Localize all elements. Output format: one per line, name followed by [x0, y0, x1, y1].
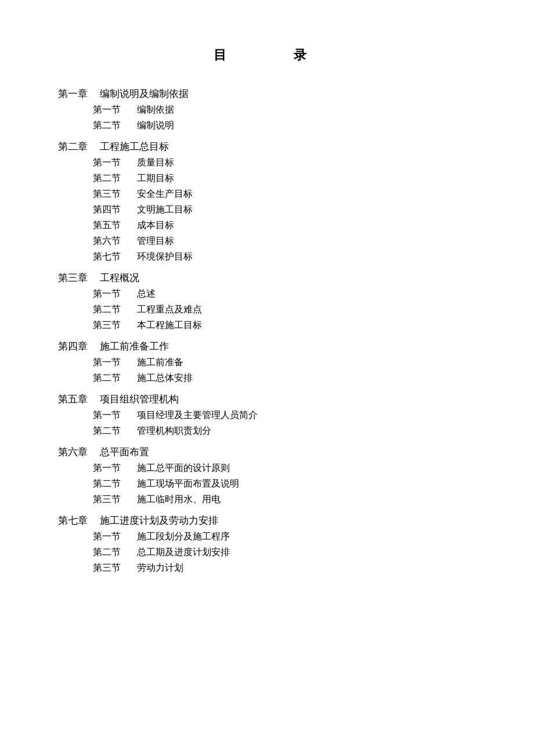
toc-section-ch4s1: 第一节施工前准备	[58, 357, 476, 369]
chapter-num: 第六章	[58, 445, 93, 459]
section-title: 项目经理及主要管理人员简介	[128, 409, 258, 422]
toc-section-ch6s1: 第一节施工总平面的设计原则	[58, 462, 476, 474]
toc-chapter-ch6: 第六章总平面布置	[58, 445, 476, 459]
section-num: 第三节	[93, 188, 128, 200]
section-title: 工程重点及难点	[128, 304, 202, 316]
toc-section-ch6s3: 第三节施工临时用水、用电	[58, 494, 476, 506]
toc-section-ch2s5: 第五节成本目标	[58, 219, 476, 232]
section-title: 管理目标	[128, 235, 174, 247]
chapter-title: 工程概况	[93, 271, 139, 285]
chapter-title: 总平面布置	[93, 445, 149, 459]
section-num: 第二节	[93, 425, 128, 437]
section-num: 第一节	[93, 104, 128, 116]
section-num: 第一节	[93, 157, 128, 169]
section-num: 第三节	[93, 319, 128, 332]
section-num: 第四节	[93, 204, 128, 216]
section-title: 施工总体安排	[128, 372, 193, 384]
section-num: 第一节	[93, 288, 128, 300]
section-title: 施工前准备	[128, 357, 183, 369]
toc-section-ch2s2: 第二节工期目标	[58, 172, 476, 185]
section-num: 第一节	[93, 409, 128, 422]
section-num: 第一节	[93, 531, 128, 543]
toc-chapter-ch2: 第二章工程施工总目标	[58, 140, 476, 153]
section-num: 第二节	[93, 546, 128, 559]
section-num: 第五节	[93, 219, 128, 232]
section-title: 编制说明	[128, 120, 174, 132]
toc-section-ch3s3: 第三节本工程施工目标	[58, 319, 476, 332]
page-title: 目 录	[58, 46, 476, 64]
section-num: 第三节	[93, 494, 128, 506]
section-title: 施工总平面的设计原则	[128, 462, 230, 474]
section-title: 文明施工目标	[128, 204, 193, 216]
document-page: 目 录 第一章编制说明及编制依据第一节编制依据第二节编制说明第二章工程施工总目标…	[0, 0, 534, 756]
chapter-num: 第一章	[58, 87, 93, 100]
section-num: 第六节	[93, 235, 128, 247]
toc-chapter-ch5: 第五章项目组织管理机构	[58, 393, 476, 406]
section-title: 总述	[128, 288, 156, 300]
section-num: 第二节	[93, 372, 128, 384]
toc-section-ch5s2: 第二节管理机构职责划分	[58, 425, 476, 437]
chapter-num: 第四章	[58, 340, 93, 353]
section-title: 管理机构职责划分	[128, 425, 211, 437]
section-num: 第二节	[93, 120, 128, 132]
section-title: 施工临时用水、用电	[128, 494, 221, 506]
toc-chapter-ch4: 第四章施工前准备工作	[58, 340, 476, 353]
section-title: 成本目标	[128, 219, 174, 232]
toc-section-ch3s2: 第二节工程重点及难点	[58, 304, 476, 316]
section-title: 劳动力计划	[128, 562, 183, 574]
section-title: 本工程施工目标	[128, 319, 202, 332]
section-title: 环境保护目标	[128, 251, 193, 263]
section-num: 第七节	[93, 251, 128, 263]
section-num: 第二节	[93, 172, 128, 185]
section-num: 第二节	[93, 478, 128, 490]
toc-chapter-ch1: 第一章编制说明及编制依据	[58, 87, 476, 100]
toc-section-ch3s1: 第一节总述	[58, 288, 476, 300]
toc-section-ch6s2: 第二节施工现场平面布置及说明	[58, 478, 476, 490]
toc-section-ch4s2: 第二节施工总体安排	[58, 372, 476, 384]
section-num: 第一节	[93, 462, 128, 474]
chapter-title: 施工前准备工作	[93, 340, 169, 353]
chapter-title: 工程施工总目标	[93, 140, 169, 153]
section-title: 质量目标	[128, 157, 174, 169]
chapter-title: 施工进度计划及劳动力安排	[93, 514, 218, 527]
chapter-title: 编制说明及编制依据	[93, 87, 189, 100]
toc-section-ch2s1: 第一节质量目标	[58, 157, 476, 169]
toc-section-ch7s1: 第一节施工段划分及施工程序	[58, 531, 476, 543]
toc-section-ch2s3: 第三节安全生产目标	[58, 188, 476, 200]
toc-section-ch2s7: 第七节环境保护目标	[58, 251, 476, 263]
section-num: 第二节	[93, 304, 128, 316]
toc-section-ch7s3: 第三节劳动力计划	[58, 562, 476, 574]
section-title: 编制依据	[128, 104, 174, 116]
toc-section-ch2s6: 第六节管理目标	[58, 235, 476, 247]
chapter-title: 项目组织管理机构	[93, 393, 179, 406]
toc-section-ch2s4: 第四节文明施工目标	[58, 204, 476, 216]
toc-chapter-ch3: 第三章工程概况	[58, 271, 476, 285]
section-title: 工期目标	[128, 172, 174, 185]
section-title: 施工现场平面布置及说明	[128, 478, 239, 490]
section-title: 总工期及进度计划安排	[128, 546, 230, 559]
toc-section-ch5s1: 第一节项目经理及主要管理人员简介	[58, 409, 476, 422]
toc-section-ch7s2: 第二节总工期及进度计划安排	[58, 546, 476, 559]
toc-section-ch1s1: 第一节编制依据	[58, 104, 476, 116]
toc-list: 第一章编制说明及编制依据第一节编制依据第二节编制说明第二章工程施工总目标第一节质…	[58, 87, 476, 574]
chapter-num: 第三章	[58, 271, 93, 285]
section-title: 安全生产目标	[128, 188, 193, 200]
toc-section-ch1s2: 第二节编制说明	[58, 120, 476, 132]
section-num: 第一节	[93, 357, 128, 369]
chapter-num: 第五章	[58, 393, 93, 406]
section-num: 第三节	[93, 562, 128, 574]
chapter-num: 第七章	[58, 514, 93, 527]
chapter-num: 第二章	[58, 140, 93, 153]
section-title: 施工段划分及施工程序	[128, 531, 230, 543]
toc-chapter-ch7: 第七章施工进度计划及劳动力安排	[58, 514, 476, 527]
